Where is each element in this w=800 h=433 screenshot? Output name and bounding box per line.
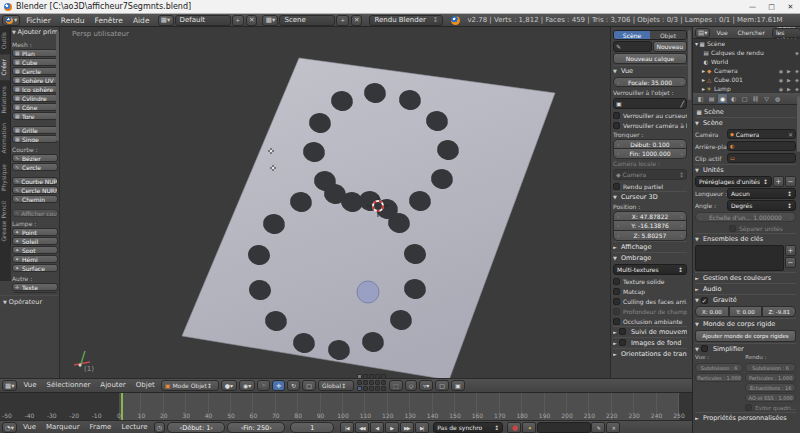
shelf-tab-animation[interactable]: Animation bbox=[0, 118, 11, 159]
shelf-tab-relations[interactable]: Relations bbox=[0, 81, 11, 119]
add-primitive-panel-title[interactable]: ▼ Ajouter primitive bbox=[12, 27, 58, 38]
view3d-menu-objet[interactable]: Objet bbox=[131, 379, 160, 392]
npanel-scrollbar[interactable] bbox=[688, 30, 691, 100]
properties-tab-world[interactable]: ◐ bbox=[728, 93, 739, 104]
list-remove-button[interactable]: − bbox=[785, 257, 796, 268]
properties-tab-constraints[interactable]: ⛓ bbox=[750, 93, 761, 104]
z-field[interactable]: ‹Z: 5.80257› bbox=[613, 231, 687, 241]
properties-tab-render-layers[interactable]: ▤ bbox=[706, 93, 717, 104]
gp-source-objet[interactable]: Objet bbox=[650, 31, 686, 39]
add-layout-button[interactable]: ＋ bbox=[232, 15, 245, 26]
restrict-render-icon[interactable]: ◈ bbox=[793, 77, 800, 83]
menu-fichier[interactable]: Fichier bbox=[21, 14, 56, 27]
timeline-track[interactable]: -50-40-30-20-100102030405060708090100110… bbox=[0, 393, 692, 420]
view3d-menu-ajouter[interactable]: Ajouter bbox=[95, 379, 130, 392]
panel-header-monde-de-corps-rigide[interactable]: ▼ Monde de corps rigide bbox=[695, 318, 796, 329]
debut-field[interactable]: ‹Début: 0.100› bbox=[613, 139, 687, 149]
y-field[interactable]: ‹Y: -16.13876› bbox=[613, 221, 687, 231]
editor-type-timeline-button[interactable]: ◔▾ bbox=[2, 422, 17, 433]
menu-aide[interactable]: Aide bbox=[128, 14, 155, 27]
outliner-filter-select[interactable]: Toutes les scènes bbox=[772, 28, 800, 38]
panel-header-curseur-3d[interactable]: ▼ Curseur 3D bbox=[613, 191, 687, 202]
shelf-tab-physique[interactable]: Physique bbox=[0, 159, 11, 196]
outliner-row-cube-001[interactable]: ▸△Cube.001◉▶◈ bbox=[693, 75, 800, 84]
panel-header-affichage[interactable]: ► Affichage bbox=[613, 241, 687, 252]
add-singe-button[interactable]: ▦Singe bbox=[12, 135, 58, 143]
panel-header-scene[interactable]: ▼ Scène bbox=[695, 117, 796, 128]
list-add-button[interactable]: + bbox=[785, 245, 796, 256]
add-cylindre-button[interactable]: ▦Cylindre bbox=[12, 94, 58, 102]
simplify-view-particules[interactable]: Particules : 1.000 bbox=[695, 373, 743, 382]
screen-layout-field[interactable]: Default bbox=[175, 15, 231, 26]
add-cone-button[interactable]: ▦Cône bbox=[12, 103, 58, 111]
delete-keyframe-icon[interactable]: ✕ bbox=[606, 422, 620, 433]
timeline-menu-lecture[interactable]: Lecture bbox=[116, 421, 152, 433]
editor-type-outliner-button[interactable]: ▤▾ bbox=[695, 28, 710, 38]
menu-rendu[interactable]: Rendu bbox=[56, 14, 90, 27]
current-frame-field[interactable]: 1 bbox=[290, 422, 334, 433]
properties-tab-scene[interactable]: ◉ bbox=[717, 93, 728, 104]
panel-header-gravite[interactable]: ▼✓ Gravité bbox=[695, 294, 796, 305]
panel-header-ombrage[interactable]: ▼ Ombrage bbox=[613, 252, 687, 263]
restrict-eye-icon[interactable]: ◉ bbox=[777, 77, 785, 83]
panel-header-orientations-de-transfor[interactable]: ► Orientations de transfor bbox=[613, 348, 687, 359]
checkbox-matcap[interactable]: Matcap bbox=[613, 286, 687, 296]
simplify-render-particules[interactable]: Particules : 1.000 bbox=[745, 373, 796, 382]
eyedropper-icon[interactable]: ╱ bbox=[680, 100, 684, 107]
layer-dot-5[interactable] bbox=[381, 374, 386, 379]
jump-next-keyframe-button[interactable]: ▶▶ bbox=[400, 422, 414, 433]
longueur-select[interactable]: Aucun↕ bbox=[727, 188, 796, 199]
add-grille-button[interactable]: ▦Grille bbox=[12, 126, 58, 134]
gravity-y-field[interactable]: Y: 0.00 bbox=[729, 306, 763, 317]
panel-checkbox[interactable] bbox=[619, 339, 626, 346]
unit-presets-select[interactable]: Préréglages d'unités↕ bbox=[695, 176, 772, 187]
tool-shelf-scrollbar[interactable] bbox=[56, 31, 59, 141]
sphere-object[interactable] bbox=[357, 281, 379, 303]
viewport-shading-select[interactable]: ●▾ bbox=[221, 380, 237, 391]
layer-dot-2[interactable] bbox=[363, 374, 368, 379]
add-cube-button[interactable]: ▦Cube bbox=[12, 58, 58, 66]
gp-data-field[interactable]: ✎ bbox=[613, 41, 652, 52]
shelf-tab-grease-pencil[interactable]: Grease Pencil bbox=[0, 196, 11, 247]
timeline-menu-marqueur[interactable]: Marqueur bbox=[41, 421, 85, 433]
lock-object-field[interactable]: ▣╱ bbox=[613, 98, 687, 109]
add-ico-sphere-button[interactable]: ▦Ico sphère bbox=[12, 85, 58, 93]
properties-tab-data[interactable]: ▽ bbox=[761, 93, 772, 104]
add-scene-button[interactable]: ＋ bbox=[336, 15, 349, 26]
multi-textures-select[interactable]: Multi-textures↕ bbox=[613, 264, 687, 275]
panel-checkbox[interactable]: ✓ bbox=[701, 297, 708, 304]
add-cercle-nurbs-button[interactable]: ∿Cercle NURBS bbox=[12, 186, 58, 194]
add-preset-button[interactable]: + bbox=[773, 176, 784, 187]
shelf-tab-outils[interactable]: Outils bbox=[0, 27, 11, 54]
add-texte-button[interactable]: ✛Texte bbox=[12, 283, 58, 291]
view3d-menu-vue[interactable]: Vue bbox=[18, 379, 41, 392]
close-button[interactable]: ✕ bbox=[781, 0, 800, 14]
snap-magnet-icon[interactable]: ◇ bbox=[405, 380, 418, 391]
nouveau-calque-button[interactable]: Nouveau calque bbox=[613, 53, 687, 64]
simplify-render-subdivision[interactable]: Subdivision : 6 bbox=[745, 363, 796, 372]
snap-element-select[interactable]: ▿▾ bbox=[419, 380, 433, 391]
restrict-select-icon[interactable]: ▶ bbox=[785, 68, 793, 74]
restrict-eye-icon[interactable]: ◉ bbox=[777, 68, 785, 74]
camera-field[interactable]: ◆Camera✕ bbox=[727, 129, 796, 139]
jump-prev-keyframe-button[interactable]: ◀◀ bbox=[355, 422, 369, 433]
jump-to-start-button[interactable]: |◀ bbox=[340, 422, 354, 433]
properties-tab-physics[interactable]: ◍ bbox=[772, 93, 783, 104]
add-sphere-uv-button[interactable]: ▦Sphère UV bbox=[12, 76, 58, 84]
gravity-x-field[interactable]: X: 0.00 bbox=[695, 306, 729, 317]
add-chemin-button[interactable]: ∿Chemin bbox=[12, 195, 58, 203]
preview-range-icon[interactable]: ◷ bbox=[154, 422, 166, 433]
transform-orientation-select[interactable]: Global ↕ bbox=[318, 380, 354, 391]
display-plate-object[interactable] bbox=[182, 58, 555, 380]
gravity-z-field[interactable]: Z: -9.81 bbox=[762, 306, 796, 317]
layer-dot-7[interactable] bbox=[363, 380, 368, 385]
add-point-button[interactable]: ✦Point bbox=[12, 228, 58, 236]
increment-icon[interactable]: › bbox=[681, 79, 683, 86]
add-surface-button[interactable]: ✦Surface bbox=[12, 264, 58, 272]
outliner-row-camera[interactable]: ▸◆Camera◉▶◈ bbox=[693, 66, 800, 75]
arriere-plan-field[interactable]: ◐ bbox=[727, 141, 796, 151]
scale-manipulator[interactable]: ▢ bbox=[302, 380, 316, 391]
layer-dot-6[interactable] bbox=[357, 380, 362, 385]
panel-header-vue[interactable]: ▼ Vue bbox=[613, 65, 687, 76]
gp-source-scene[interactable]: Scène bbox=[614, 31, 650, 39]
